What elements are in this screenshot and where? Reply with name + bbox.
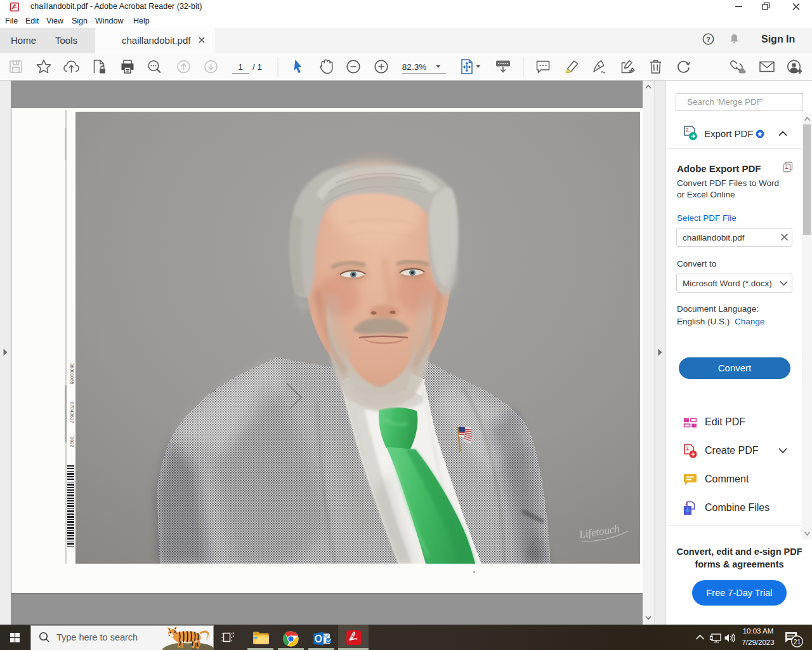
svg-text:21: 21 bbox=[794, 638, 801, 646]
svg-text:/ 1: / 1 bbox=[252, 62, 262, 72]
svg-text:?: ? bbox=[706, 36, 710, 43]
svg-text:82.3%: 82.3% bbox=[402, 62, 426, 72]
svg-text:1: 1 bbox=[238, 62, 243, 72]
